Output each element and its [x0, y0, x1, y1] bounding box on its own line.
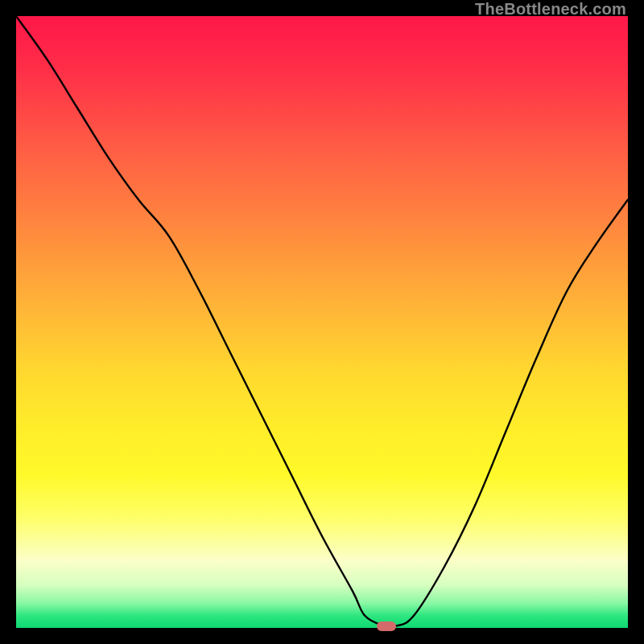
- watermark-text: TheBottleneck.com: [475, 0, 626, 19]
- curve-minimum-marker: [377, 621, 396, 631]
- chart-frame: TheBottleneck.com: [0, 0, 644, 644]
- plot-gradient-background: [16, 16, 628, 628]
